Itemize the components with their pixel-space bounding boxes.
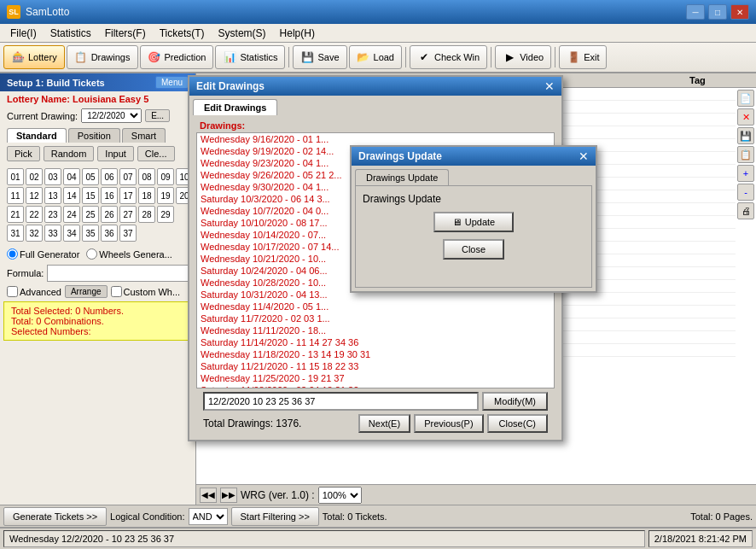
menu-help[interactable]: Help(H) — [273, 26, 322, 41]
update-button[interactable]: 🖥 Update — [433, 212, 514, 232]
maximize-button[interactable]: □ — [708, 4, 727, 20]
lottery-button[interactable]: 🎰 Lottery — [3, 45, 65, 69]
statistics-button[interactable]: 📊 Statistics — [215, 45, 285, 69]
menu-filters[interactable]: Filters(F) — [98, 26, 153, 41]
exit-button[interactable]: 🚪 Exit — [559, 45, 607, 69]
scroll-left-btn[interactable]: ◀◀ — [200, 488, 217, 503]
num-19[interactable]: 19 — [157, 187, 174, 204]
num-15[interactable]: 15 — [82, 187, 99, 204]
num-07[interactable]: 07 — [119, 168, 137, 185]
num-08[interactable]: 08 — [138, 168, 155, 185]
list-item[interactable]: Wednesday 11/4/2020 - 05 1... — [197, 301, 554, 312]
formula-input[interactable] — [47, 265, 189, 282]
list-item[interactable]: Saturday 11/21/2020 - 11 15 18 22 33 — [197, 360, 554, 372]
num-34[interactable]: 34 — [63, 225, 80, 242]
custom-wh-chk-label[interactable]: Custom Wh... — [111, 286, 181, 297]
next-button[interactable]: Next(E) — [358, 414, 410, 433]
num-33[interactable]: 33 — [44, 225, 61, 242]
modify-button[interactable]: Modify(M) — [482, 392, 548, 411]
num-36[interactable]: 36 — [101, 225, 118, 242]
pick-button[interactable]: Pick — [7, 146, 40, 161]
setup-menu-button[interactable]: Menu — [155, 76, 189, 89]
num-32[interactable]: 32 — [26, 225, 43, 242]
save-ticket-icon-btn[interactable]: 💾 — [737, 127, 754, 144]
num-13[interactable]: 13 — [44, 187, 61, 204]
clear-button[interactable]: Cle... — [137, 146, 175, 161]
custom-wh-checkbox[interactable] — [111, 286, 122, 297]
full-gen-label[interactable]: Full Generator — [7, 248, 79, 260]
list-item[interactable]: Saturday 11/7/2020 - 02 03 1... — [197, 312, 554, 324]
save-button[interactable]: 💾 Save — [293, 45, 346, 69]
generate-tickets-button[interactable]: Generate Tickets >> — [3, 507, 107, 526]
minimize-button[interactable]: ─ — [686, 4, 705, 20]
num-26[interactable]: 26 — [101, 206, 118, 223]
previous-button[interactable]: Previous(P) — [414, 414, 483, 433]
list-item[interactable]: Wednesday 9/16/2020 - 01 1... — [197, 133, 554, 145]
advanced-chk-label[interactable]: Advanced — [7, 286, 61, 297]
num-21[interactable]: 21 — [7, 206, 24, 223]
close-update-button[interactable]: Close — [443, 239, 504, 260]
num-24[interactable]: 24 — [63, 206, 80, 223]
close-button[interactable]: ✕ — [730, 4, 749, 20]
edit-drawing-button[interactable]: E... — [145, 109, 170, 122]
load-button[interactable]: 📂 Load — [349, 45, 402, 69]
num-31[interactable]: 31 — [7, 225, 24, 242]
wheels-gen-label[interactable]: Wheels Genera... — [86, 248, 172, 260]
arrange-button[interactable]: Arrange — [65, 285, 108, 298]
menu-system[interactable]: System(S) — [212, 26, 273, 41]
list-item[interactable]: Wednesday 11/11/2020 - 18... — [197, 324, 554, 336]
full-gen-radio[interactable] — [7, 248, 18, 260]
edit-value-input[interactable] — [203, 392, 479, 411]
num-22[interactable]: 22 — [26, 206, 43, 223]
num-02[interactable]: 02 — [26, 168, 43, 185]
copy-icon-btn[interactable]: 📋 — [737, 146, 754, 163]
num-05[interactable]: 05 — [82, 168, 99, 185]
tab-smart[interactable]: Smart — [122, 128, 166, 143]
num-17[interactable]: 17 — [119, 187, 137, 204]
menu-file[interactable]: File(I) — [3, 26, 44, 41]
num-25[interactable]: 25 — [82, 206, 99, 223]
update-close-icon[interactable]: ✕ — [579, 149, 589, 163]
current-drawing-select[interactable]: 12/2/2020 — [81, 108, 142, 123]
list-item[interactable]: Saturday 11/28/2020 - 03 04 18 31 32 — [197, 384, 554, 388]
num-12[interactable]: 12 — [26, 187, 43, 204]
scroll-right-btn[interactable]: ▶▶ — [220, 488, 237, 503]
list-item[interactable]: Wednesday 11/25/2020 - 19 21 37 — [197, 372, 554, 384]
check-win-button[interactable]: ✔ Check Win — [410, 45, 487, 69]
num-37[interactable]: 37 — [119, 225, 137, 242]
drawings-button[interactable]: 📋 Drawings — [67, 45, 138, 69]
random-button[interactable]: Random — [44, 146, 95, 161]
wheels-gen-radio[interactable] — [86, 248, 97, 260]
video-button[interactable]: ▶ Video — [495, 45, 551, 69]
num-14[interactable]: 14 — [63, 187, 80, 204]
list-item[interactable]: Wednesday 11/18/2020 - 13 14 19 30 31 — [197, 348, 554, 360]
tab-standard[interactable]: Standard — [7, 128, 67, 143]
num-16[interactable]: 16 — [101, 187, 118, 204]
update-tab[interactable]: Drawings Update — [355, 169, 449, 185]
print-icon-btn[interactable]: 🖨 — [737, 202, 754, 219]
start-filtering-button[interactable]: Start Filtering >> — [231, 507, 319, 526]
edit-drawings-tab[interactable]: Edit Drawings — [193, 99, 277, 115]
num-01[interactable]: 01 — [7, 168, 24, 185]
num-18[interactable]: 18 — [138, 187, 155, 204]
num-28[interactable]: 28 — [138, 206, 155, 223]
list-item[interactable]: Saturday 11/14/2020 - 11 14 27 34 36 — [197, 336, 554, 348]
num-29[interactable]: 29 — [157, 206, 174, 223]
input-button[interactable]: Input — [97, 146, 133, 161]
num-27[interactable]: 27 — [119, 206, 137, 223]
delete-icon-btn[interactable]: ✕ — [737, 108, 754, 126]
menu-statistics[interactable]: Statistics — [44, 26, 98, 41]
close-edit-button[interactable]: Close(C) — [487, 414, 548, 433]
menu-tickets[interactable]: Tickets(T) — [153, 26, 212, 41]
new-ticket-icon-btn[interactable]: 📄 — [737, 90, 754, 107]
num-03[interactable]: 03 — [44, 168, 61, 185]
zoom-select[interactable]: 100% — [318, 487, 362, 504]
num-04[interactable]: 04 — [63, 168, 80, 185]
edit-drawings-close-icon[interactable]: ✕ — [544, 79, 555, 93]
remove-icon-btn[interactable]: - — [737, 184, 754, 201]
tab-position[interactable]: Position — [68, 128, 120, 143]
prediction-button[interactable]: 🎯 Prediction — [140, 45, 214, 69]
advanced-checkbox[interactable] — [7, 286, 18, 297]
add-icon-btn[interactable]: + — [737, 165, 754, 182]
num-09[interactable]: 09 — [157, 168, 174, 185]
